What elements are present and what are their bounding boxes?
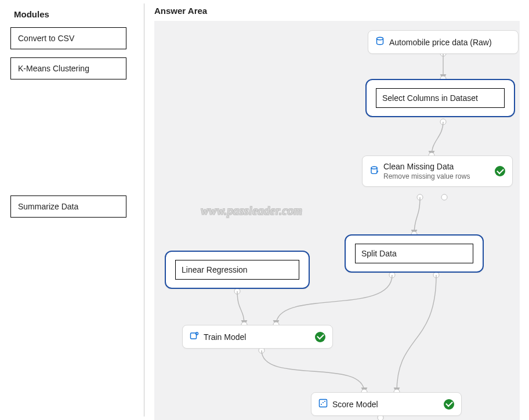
dropzone-split-data[interactable]: Split Data [345, 234, 484, 273]
database-icon [375, 37, 385, 48]
status-success-icon [444, 399, 454, 410]
answer-area-panel: Answer Area [145, 0, 529, 420]
svg-point-9 [389, 272, 395, 278]
svg-point-2 [440, 119, 446, 125]
svg-point-16 [377, 37, 383, 39]
node-sublabel: Remove missing value rows [383, 172, 470, 180]
svg-point-19 [196, 332, 198, 335]
modules-panel: Modules Convert to CSV K-Means Clusterin… [0, 0, 144, 420]
node-text: Clean Missing Data Remove missing value … [383, 162, 470, 180]
pipeline-canvas[interactable]: Automobile price data (Raw) Select Colum… [154, 21, 520, 420]
module-label: Convert to CSV [18, 34, 74, 43]
node-raw-data[interactable]: Automobile price data (Raw) [368, 30, 519, 54]
svg-point-22 [323, 402, 324, 403]
module-label: Split Data [361, 249, 397, 258]
svg-point-21 [321, 404, 322, 405]
node-clean-missing-data[interactable]: Clean Missing Data Remove missing value … [362, 155, 513, 187]
dropzone-linear-regression[interactable]: Linear Regression [165, 251, 310, 289]
dropzone-select-columns[interactable]: Select Columns in Dataset [365, 79, 515, 117]
train-model-icon [190, 331, 199, 342]
vertical-divider [144, 3, 144, 417]
placed-module-select-columns[interactable]: Select Columns in Dataset [376, 88, 505, 108]
node-label: Train Model [204, 332, 246, 342]
module-kmeans-clustering[interactable]: K-Means Clustering [10, 57, 126, 79]
module-label: Summarize Data [18, 202, 78, 211]
svg-point-17 [371, 166, 377, 169]
placed-module-linear-regression[interactable]: Linear Regression [175, 260, 299, 280]
module-summarize-data[interactable]: Summarize Data [10, 195, 126, 218]
status-success-icon [315, 332, 325, 342]
modules-title: Modules [14, 9, 133, 19]
node-label: Score Model [332, 400, 378, 409]
module-label: Select Columns in Dataset [382, 93, 478, 103]
svg-point-7 [234, 288, 240, 294]
page: Modules Convert to CSV K-Means Clusterin… [0, 0, 529, 420]
module-label: K-Means Clustering [18, 64, 89, 73]
score-model-icon [318, 399, 328, 410]
clean-data-icon [369, 166, 379, 177]
node-label: Clean Missing Data [383, 162, 470, 171]
answer-area-title: Answer Area [154, 6, 207, 16]
svg-point-6 [441, 194, 447, 200]
svg-point-23 [324, 401, 325, 402]
node-train-model[interactable]: Train Model [182, 325, 333, 349]
module-label: Linear Regression [182, 265, 248, 274]
node-score-model[interactable]: Score Model [311, 392, 462, 416]
watermark-text: www.passleader.com [201, 204, 302, 218]
svg-point-11 [433, 272, 439, 278]
placed-module-split-data[interactable]: Split Data [355, 244, 473, 263]
node-label: Automobile price data (Raw) [389, 38, 492, 47]
svg-point-4 [417, 194, 423, 200]
status-success-icon [495, 166, 505, 176]
module-convert-to-csv[interactable]: Convert to CSV [10, 27, 126, 49]
